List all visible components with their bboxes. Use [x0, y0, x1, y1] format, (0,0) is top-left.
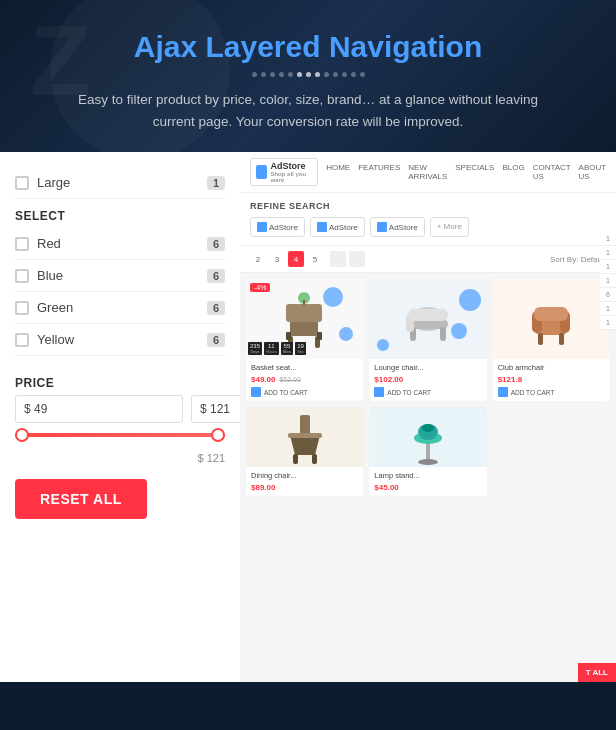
product-image-3 — [493, 279, 610, 359]
nav-home[interactable]: HOME — [326, 163, 350, 181]
nav-specials[interactable]: SPECIALS — [455, 163, 494, 181]
filter-item-blue[interactable]: Blue 6 — [15, 260, 225, 292]
filter-item-red[interactable]: Red 6 — [15, 228, 225, 260]
product-info-1: Basket seat... $49.00 $52.00 ADD TO CART — [246, 359, 363, 401]
nav-features[interactable]: FEATURES — [358, 163, 400, 181]
price-max-input[interactable] — [191, 395, 240, 423]
brand-logos: AdStore AdStore AdStore + More — [250, 217, 606, 237]
product-card-1: -4% — [246, 279, 363, 401]
product-info-5: Lamp stand... $45.00 — [369, 467, 486, 496]
brand-icon-2 — [317, 222, 327, 232]
brand-logo-2[interactable]: AdStore — [310, 217, 365, 237]
product-info-2: Lounge chair... $102.00 ADD TO CART — [369, 359, 486, 401]
page-4[interactable]: 4 — [288, 251, 304, 267]
nav-about[interactable]: ABOUT US — [579, 163, 606, 181]
store-logo-text: AdStore — [270, 161, 312, 171]
sort-label: Sort By: Default — [550, 255, 606, 264]
price-slider-track — [15, 433, 225, 437]
product-name-1: Basket seat... — [251, 363, 358, 372]
filter-item-large[interactable]: Large 1 — [15, 167, 225, 199]
brand-label-2: AdStore — [329, 223, 358, 232]
main-content: Large 1 SELECT Red 6 Blue 6 Green — [0, 152, 616, 682]
side-numbers: 1 1 1 1 6 1 1 — [600, 232, 616, 330]
filter-label-large: Large — [37, 175, 70, 190]
svg-rect-7 — [303, 300, 305, 305]
select-section-title: SELECT — [15, 199, 225, 228]
side-num-1: 1 — [600, 232, 616, 246]
checkbox-blue[interactable] — [15, 269, 29, 283]
view-icons — [330, 251, 365, 267]
product-price-new-3: $121.8 — [498, 375, 522, 384]
checkbox-yellow[interactable] — [15, 333, 29, 347]
add-cart-text-2: ADD TO CART — [387, 389, 431, 396]
header-title-plain: Ajax Layered — [134, 30, 321, 63]
side-num-7: 1 — [600, 316, 616, 330]
filter-item-green[interactable]: Green 6 — [15, 292, 225, 324]
grid-view-icon[interactable] — [330, 251, 346, 267]
add-to-cart-2[interactable]: ADD TO CART — [374, 387, 481, 397]
add-to-cart-1[interactable]: ADD TO CART — [251, 387, 358, 397]
product-illustration-1 — [282, 290, 327, 348]
svg-rect-4 — [286, 332, 291, 340]
timer-mins: 55 Mins — [281, 342, 293, 355]
svg-rect-5 — [317, 332, 322, 340]
svg-point-29 — [422, 424, 434, 432]
list-view-icon[interactable] — [349, 251, 365, 267]
product-prices-3: $121.8 — [498, 375, 605, 384]
nav-new-arrivals[interactable]: NEW ARRIVALS — [408, 163, 447, 181]
store-panel: AdStore Shop all you want HOME FEATURES … — [240, 152, 616, 682]
filter-badge-red: 6 — [207, 237, 225, 251]
brand-logo-1[interactable]: AdStore — [250, 217, 305, 237]
product-name-2: Lounge chair... — [374, 363, 481, 372]
add-to-cart-3[interactable]: ADD TO CART — [498, 387, 605, 397]
page-2[interactable]: 2 — [250, 251, 266, 267]
svg-rect-11 — [440, 327, 446, 341]
add-cart-text-1: ADD TO CART — [264, 389, 308, 396]
header-title: Ajax Layered Navigation — [20, 30, 596, 64]
timer-hours: 11 Hours — [264, 342, 279, 355]
store-reset-overlay[interactable]: T ALL — [578, 663, 616, 682]
svg-rect-17 — [534, 307, 568, 321]
store-logo: AdStore Shop all you want — [250, 158, 318, 186]
slider-thumb-left[interactable] — [15, 428, 29, 442]
product-badge-1: -4% — [250, 283, 270, 292]
filter-panel: Large 1 SELECT Red 6 Blue 6 Green — [0, 152, 240, 682]
price-min-input[interactable] — [15, 395, 183, 423]
product-illustration-3 — [526, 289, 576, 349]
product-price-old-1: $52.00 — [279, 376, 300, 383]
header-section: Z Ajax Layered Navigation Easy to filter… — [0, 0, 616, 152]
filter-label-blue: Blue — [37, 268, 63, 283]
cart-icon-1 — [251, 387, 261, 397]
nav-blog[interactable]: BLOG — [502, 163, 524, 181]
svg-point-26 — [418, 459, 438, 465]
page-3[interactable]: 3 — [269, 251, 285, 267]
nav-links: HOME FEATURES NEW ARRIVALS SPECIALS BLOG… — [326, 163, 606, 181]
blue-dot-5 — [377, 339, 389, 351]
side-num-6: 1 — [600, 302, 616, 316]
product-image-1: -4% — [246, 279, 363, 359]
blue-dot-3 — [459, 289, 481, 311]
checkbox-green[interactable] — [15, 301, 29, 315]
product-card-4: Dining chair... $89.00 — [246, 407, 363, 496]
checkbox-red[interactable] — [15, 237, 29, 251]
product-info-4: Dining chair... $89.00 — [246, 467, 363, 496]
side-num-2: 1 — [600, 246, 616, 260]
filter-item-yellow[interactable]: Yellow 6 — [15, 324, 225, 356]
product-info-3: Club armchair $121.8 ADD TO CART — [493, 359, 610, 401]
svg-rect-20 — [300, 415, 310, 435]
product-price-new-1: $49.00 — [251, 375, 275, 384]
page-5[interactable]: 5 — [307, 251, 323, 267]
brand-logo-3[interactable]: AdStore — [370, 217, 425, 237]
nav-contact[interactable]: CONTACT US — [533, 163, 571, 181]
filter-label-yellow: Yellow — [37, 332, 74, 347]
cart-icon-2 — [374, 387, 384, 397]
timer-secs: 19 Sec — [295, 342, 306, 355]
brand-icon-3 — [377, 222, 387, 232]
checkbox-large[interactable] — [15, 176, 29, 190]
product-card-2: Lounge chair... $102.00 ADD TO CART — [369, 279, 486, 401]
reset-all-button[interactable]: RESET ALL — [15, 479, 147, 519]
filter-badge-large: 1 — [207, 176, 225, 190]
products-grid: -4% — [240, 273, 616, 407]
slider-thumb-right[interactable] — [211, 428, 225, 442]
brand-more[interactable]: + More — [430, 217, 469, 237]
